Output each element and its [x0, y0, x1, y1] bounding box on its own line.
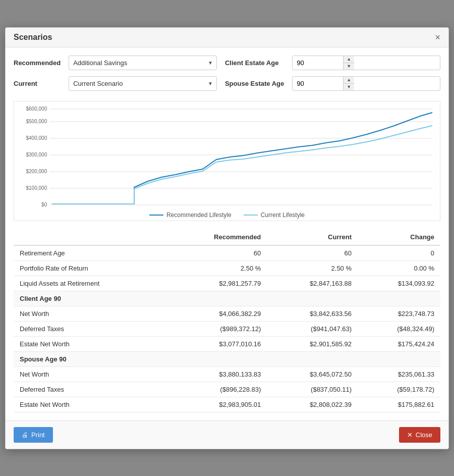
col-header-label — [14, 229, 168, 245]
cell-label: Liquid Assets at Retirement — [14, 276, 168, 291]
spouse-estate-age-down[interactable]: ▼ — [344, 84, 354, 90]
cell-change: $134,093.92 — [358, 276, 440, 291]
cell-current: $2,847,163.88 — [267, 276, 358, 291]
cell-label: Deferred Taxes — [14, 382, 168, 397]
spouse-estate-age-buttons: ▲ ▼ — [343, 77, 354, 90]
cell-change: $223,748.73 — [358, 306, 440, 321]
client-estate-age-spinner[interactable]: ▲ ▼ — [292, 56, 440, 70]
col-header-change: Change — [358, 229, 440, 245]
form-section: Recommended Additional Savings Client Es… — [14, 56, 440, 91]
cell-change: ($48,324.49) — [358, 321, 440, 336]
cell-recommended: $2,981,257.79 — [168, 276, 267, 291]
chart-container: $0 $100,000 $200,000 $300,000 $400,000 $… — [14, 101, 440, 221]
modal-footer: 🖨 Print ✕ Close — [6, 420, 448, 449]
current-label: Current — [14, 80, 61, 87]
cell-label: Estate Net Worth — [14, 397, 168, 412]
cell-change: $235,061.33 — [358, 366, 440, 382]
y-label-600k: $600,000 — [26, 107, 47, 112]
table-row: Net Worth$3,880,133.83$3,645,072.50$235,… — [14, 366, 440, 382]
table-row: Estate Net Worth$2,983,905.01$2,808,022.… — [14, 397, 440, 412]
recommended-line — [52, 113, 432, 204]
current-select[interactable]: Current Scenario — [69, 76, 217, 91]
cell-label: Net Worth — [14, 366, 168, 382]
client-estate-age-label: Client Estate Age — [225, 59, 284, 67]
current-line — [52, 126, 432, 204]
spouse-estate-age-label: Spouse Estate Age — [225, 80, 284, 87]
cell-recommended: $4,066,382.29 — [168, 306, 267, 321]
cell-current: ($941,047.63) — [267, 321, 358, 336]
cell-current: $2,808,022.39 — [267, 397, 358, 412]
cell-recommended: 2.50 % — [168, 260, 267, 276]
chart-legend: Recommended Lifestyle Current Lifestyle — [19, 211, 435, 219]
legend-recommended-label: Recommended Lifestyle — [166, 211, 232, 219]
cell-recommended: ($989,372.12) — [168, 321, 267, 336]
table-row: Portfolio Rate of Return2.50 %2.50 %0.00… — [14, 260, 440, 276]
cell-label: Net Worth — [14, 306, 168, 321]
section-header-cell: Client Age 90 — [14, 291, 440, 306]
print-label: Print — [31, 431, 45, 439]
y-label-500k: $500,000 — [26, 119, 47, 124]
table-row: Retirement Age60600 — [14, 245, 440, 261]
cell-change: ($59,178.72) — [358, 382, 440, 397]
table-row: Net Worth$4,066,382.29$3,842,633.56$223,… — [14, 306, 440, 321]
cell-change: 0 — [358, 245, 440, 261]
cell-label: Estate Net Worth — [14, 336, 168, 351]
cell-current: 60 — [267, 245, 358, 261]
current-select-wrapper[interactable]: Current Scenario — [69, 76, 217, 91]
print-icon: 🖨 — [22, 431, 28, 439]
close-x-icon: ✕ — [407, 431, 413, 439]
cell-change: $175,882.61 — [358, 397, 440, 412]
cell-current: $2,901,585.92 — [267, 336, 358, 351]
recommended-select[interactable]: Additional Savings — [69, 56, 217, 70]
y-label-400k: $400,000 — [26, 135, 47, 141]
modal-close-button[interactable]: × — [435, 33, 440, 42]
table-row: Estate Net Worth$3,077,010.16$2,901,585.… — [14, 336, 440, 351]
spouse-estate-age-up[interactable]: ▲ — [344, 77, 354, 84]
recommended-label: Recommended — [14, 59, 61, 67]
data-table: Recommended Current Change Retirement Ag… — [14, 229, 440, 412]
cell-label: Portfolio Rate of Return — [14, 260, 168, 276]
recommended-select-wrapper[interactable]: Additional Savings — [69, 56, 217, 70]
table-header-row: Recommended Current Change — [14, 229, 440, 245]
legend-recommended-line — [149, 215, 163, 216]
modal-title: Scenarios — [14, 33, 52, 42]
table-row: Client Age 90 — [14, 291, 440, 306]
col-header-current: Current — [267, 229, 358, 245]
cell-current: $3,645,072.50 — [267, 366, 358, 382]
cell-current: $3,842,633.56 — [267, 306, 358, 321]
chart-svg: $0 $100,000 $200,000 $300,000 $400,000 $… — [19, 107, 435, 207]
spouse-estate-age-input[interactable] — [293, 77, 343, 90]
close-label: Close — [416, 431, 432, 439]
table-row: Deferred Taxes($896,228.83)($837,050.11)… — [14, 382, 440, 397]
chart-area: $0 $100,000 $200,000 $300,000 $400,000 $… — [19, 107, 435, 207]
cell-label: Retirement Age — [14, 245, 168, 261]
table-row: Spouse Age 90 — [14, 351, 440, 366]
y-label-100k: $100,000 — [26, 185, 47, 191]
cell-current: 2.50 % — [267, 260, 358, 276]
legend-current-label: Current Lifestyle — [261, 211, 305, 219]
print-button[interactable]: 🖨 Print — [14, 427, 53, 443]
table-row: Liquid Assets at Retirement$2,981,257.79… — [14, 276, 440, 291]
client-estate-age-down[interactable]: ▼ — [344, 63, 354, 70]
legend-current: Current Lifestyle — [244, 211, 305, 219]
cell-current: ($837,050.11) — [267, 382, 358, 397]
cell-change: 0.00 % — [358, 260, 440, 276]
close-button[interactable]: ✕ Close — [399, 427, 440, 443]
cell-recommended: 60 — [168, 245, 267, 261]
col-header-recommended: Recommended — [168, 229, 267, 245]
cell-recommended: $2,983,905.01 — [168, 397, 267, 412]
cell-recommended: $3,880,133.83 — [168, 366, 267, 382]
cell-label: Deferred Taxes — [14, 321, 168, 336]
client-estate-age-input[interactable] — [293, 56, 343, 70]
client-estate-age-up[interactable]: ▲ — [344, 56, 354, 63]
cell-recommended: $3,077,010.16 — [168, 336, 267, 351]
spouse-estate-age-spinner[interactable]: ▲ ▼ — [292, 76, 440, 91]
modal-header: Scenarios × — [6, 28, 448, 47]
client-estate-age-buttons: ▲ ▼ — [343, 56, 354, 70]
y-label-200k: $200,000 — [26, 169, 47, 174]
legend-current-line — [244, 215, 258, 216]
section-header-cell: Spouse Age 90 — [14, 351, 440, 366]
cell-change: $175,424.24 — [358, 336, 440, 351]
legend-recommended: Recommended Lifestyle — [149, 211, 232, 219]
scenarios-modal: Scenarios × Recommended Additional Savin… — [5, 27, 449, 449]
